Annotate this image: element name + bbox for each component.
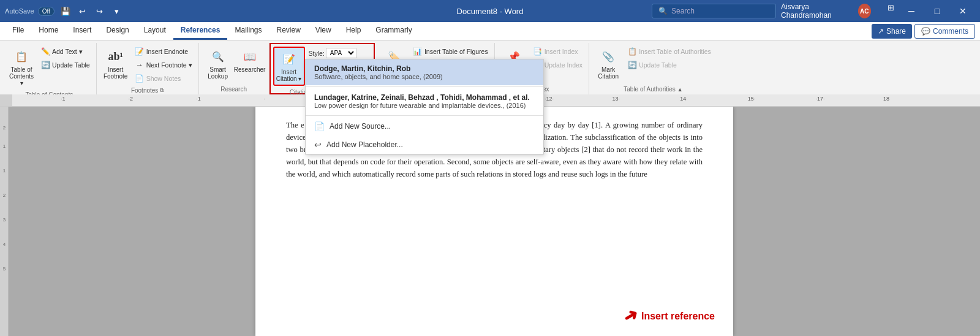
ribbon-tabs: File Home Insert Design Layout Reference… — [0, 22, 980, 40]
tab-help[interactable]: Help — [339, 22, 369, 40]
tab-mailings[interactable]: Mailings — [227, 22, 269, 40]
tab-layout[interactable]: Layout — [137, 22, 173, 40]
title-bar-right: 🔍 Aisvarya Chandramohan AC ⊞ ─ □ ✕ — [652, 0, 975, 22]
search-input[interactable] — [671, 7, 769, 15]
redo-icon[interactable]: ↪ — [92, 4, 107, 18]
insert-footnote-button[interactable]: ab¹ InsertFootnote — [100, 45, 131, 82]
ribbon-tab-right: ↗ Share 💬 Comments — [872, 24, 975, 39]
style-select[interactable]: APA MLA Chicago — [326, 48, 356, 58]
insert-index-button[interactable]: 📑 Insert Index — [530, 45, 585, 58]
title-bar-center: Document8 - Word — [328, 7, 652, 16]
tab-review[interactable]: Review — [270, 22, 308, 40]
next-footnote-button[interactable]: → Next Footnote ▾ — [132, 59, 195, 71]
ribbon-group-authorities: 📎 MarkCitation 📋 Insert Table of Authori… — [589, 43, 717, 94]
toc-icon: 📋 — [13, 48, 30, 65]
share-icon: ↗ — [878, 27, 884, 36]
citation-divider-2 — [306, 115, 543, 116]
add-new-source-icon: 📄 — [314, 121, 325, 131]
add-new-placeholder-label: Add New Placeholder... — [326, 140, 403, 149]
insert-table-of-authorities-icon: 📋 — [627, 47, 637, 56]
research-group-label: Research — [221, 86, 247, 94]
comments-button[interactable]: 💬 Comments — [914, 24, 975, 39]
minimize-button[interactable]: ─ — [899, 0, 924, 22]
add-text-icon: ✏️ — [40, 47, 50, 56]
update-table-authorities-icon: 🔄 — [627, 60, 637, 70]
layout-icon[interactable]: ⊞ — [883, 0, 898, 15]
insert-reference-label: Insert reference — [641, 308, 715, 324]
table-of-contents-button[interactable]: 📋 Table ofContents ▾ — [6, 45, 37, 89]
insert-ref-arrow-icon: ➜ — [617, 300, 643, 331]
ribbon-group-research: 🔍 SmartLookup 📖 Researcher Research — [199, 43, 270, 94]
mark-citation-button[interactable]: 📎 MarkCitation — [593, 45, 624, 82]
toc-buttons: 📋 Table ofContents ▾ ✏️ Add Text ▾ 🔄 Upd… — [6, 44, 92, 90]
footnotes-expand-icon[interactable]: ⧉ — [160, 87, 164, 94]
footnotes-buttons: ab¹ InsertFootnote 📝 Insert Endnote → Ne… — [100, 44, 195, 86]
tab-insert[interactable]: Insert — [66, 22, 99, 40]
research-buttons: 🔍 SmartLookup 📖 Researcher — [203, 44, 265, 85]
search-bar[interactable]: 🔍 — [652, 4, 776, 18]
authorities-group-label: Table of Authorities ▲ — [624, 86, 682, 94]
undo-icon[interactable]: ↩ — [75, 4, 90, 18]
user-name: Aisvarya Chandramohan — [781, 2, 853, 20]
insert-table-of-authorities-button[interactable]: 📋 Insert Table of Authorities — [625, 45, 714, 58]
insert-citation-button[interactable]: 📝 InsertCitation ▾ — [273, 47, 305, 86]
next-footnote-icon: → — [135, 60, 145, 70]
update-table-authorities-button[interactable]: 🔄 Update Table — [625, 59, 714, 71]
autosave-toggle[interactable]: Off — [38, 7, 55, 16]
citation-item-2-subtitle: Low power design for future wearable and… — [314, 102, 535, 109]
insert-reference-annotation: ➜ Insert reference — [624, 302, 715, 330]
close-button[interactable]: ✕ — [951, 0, 975, 22]
document-title: Document8 - Word — [457, 7, 524, 16]
tab-grammarly[interactable]: Grammarly — [368, 22, 419, 40]
user-avatar: AC — [858, 4, 871, 18]
insert-citation-icon: 📝 — [281, 50, 298, 67]
citation-item-1-subtitle: Software, objects, and home space, (2009… — [314, 73, 535, 80]
authorities-expand-icon[interactable]: ▲ — [677, 86, 683, 93]
tab-design[interactable]: Design — [99, 22, 136, 40]
add-new-source-button[interactable]: 📄 Add New Source... — [306, 117, 543, 136]
add-new-placeholder-button[interactable]: ↩ Add New Placeholder... — [306, 136, 543, 154]
add-text-button[interactable]: ✏️ Add Text ▾ — [38, 45, 92, 58]
tab-references[interactable]: References — [173, 22, 228, 40]
add-new-source-label: Add New Source... — [330, 122, 391, 131]
title-bar-left: AutoSave Off 💾 ↩ ↪ ▾ — [5, 4, 328, 18]
tab-file[interactable]: File — [5, 22, 31, 40]
citation-item-2[interactable]: Lundager, Katrine, Zeinali, Behzad , Toh… — [306, 88, 543, 114]
update-table-toc-button[interactable]: 🔄 Update Table — [38, 59, 92, 71]
show-notes-icon: 📄 — [135, 74, 145, 83]
tab-view[interactable]: View — [308, 22, 339, 40]
ribbon-group-toc: 📋 Table ofContents ▾ ✏️ Add Text ▾ 🔄 Upd… — [2, 43, 97, 94]
citation-item-1-title: Dodge, Martin, Kitchin, Rob — [314, 64, 535, 73]
window-controls: ⊞ ─ □ ✕ — [883, 0, 975, 22]
maximize-button[interactable]: □ — [925, 0, 949, 22]
citation-item-1[interactable]: Dodge, Martin, Kitchin, Rob Software, ob… — [306, 59, 543, 85]
citation-item-2-title: Lundager, Katrine, Zeinali, Behzad , Toh… — [314, 93, 535, 102]
insert-endnote-icon: 📝 — [135, 47, 145, 56]
insert-table-of-figures-button[interactable]: 📊 Insert Table of Figures — [410, 45, 491, 58]
insert-endnote-button[interactable]: 📝 Insert Endnote — [132, 45, 195, 58]
authorities-col: 📋 Insert Table of Authorities 🔄 Update T… — [625, 45, 714, 71]
toc-col: ✏️ Add Text ▾ 🔄 Update Table — [38, 45, 92, 71]
autosave-label: AutoSave — [5, 7, 34, 15]
researcher-button[interactable]: 📖 Researcher — [235, 45, 265, 75]
mark-citation-icon: 📎 — [600, 48, 617, 65]
footnotes-col: 📝 Insert Endnote → Next Footnote ▾ 📄 Sho… — [132, 45, 195, 85]
insert-index-icon: 📑 — [533, 47, 543, 56]
save-icon[interactable]: 💾 — [58, 4, 73, 18]
ribbon-group-footnotes: ab¹ InsertFootnote 📝 Insert Endnote → Ne… — [97, 43, 199, 94]
insert-table-of-figures-icon: 📊 — [413, 47, 423, 56]
vertical-ruler: 2 1 1 2 3 4 5 — [0, 107, 9, 336]
update-table-toc-icon: 🔄 — [40, 60, 50, 70]
quick-access-toolbar: 💾 ↩ ↪ ▾ — [58, 4, 124, 18]
customize-icon[interactable]: ▾ — [110, 4, 124, 18]
doc-text-start: The — [286, 121, 298, 129]
tab-home[interactable]: Home — [31, 22, 66, 40]
style-selector[interactable]: Style: APA MLA Chicago — [306, 47, 371, 59]
smart-lookup-icon: 🔍 — [209, 48, 227, 65]
smart-lookup-button[interactable]: 🔍 SmartLookup — [203, 45, 233, 82]
insert-footnote-icon: ab¹ — [107, 48, 124, 65]
show-notes-button[interactable]: 📄 Show Notes — [132, 72, 195, 85]
add-new-placeholder-icon: ↩ — [314, 140, 322, 150]
authorities-buttons: 📎 MarkCitation 📋 Insert Table of Authori… — [593, 44, 714, 85]
share-button[interactable]: ↗ Share — [872, 24, 912, 39]
